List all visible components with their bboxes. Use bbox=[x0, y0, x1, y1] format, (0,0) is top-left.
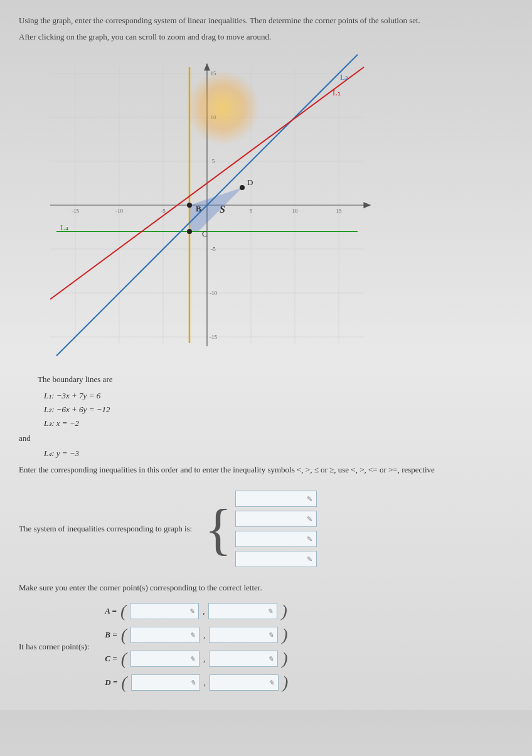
paren-close: ) bbox=[282, 628, 287, 642]
pencil-icon: ✎ bbox=[268, 655, 274, 663]
pencil-icon: ✎ bbox=[307, 555, 312, 563]
b-x-input[interactable]: ✎ bbox=[130, 627, 200, 643]
paren-open: ( bbox=[121, 652, 127, 666]
eq-l2: L₂: −6x + 6y = −12 bbox=[44, 405, 513, 415]
pencil-icon: ✎ bbox=[267, 607, 273, 615]
eq-l1: L₁: −3x + 7y = 6 bbox=[44, 391, 513, 401]
eq-l3: L₃: x = −2 bbox=[44, 418, 513, 429]
pencil-icon: ✎ bbox=[269, 679, 274, 687]
a-y-input[interactable]: ✎ bbox=[208, 603, 277, 619]
paren-open: ( bbox=[121, 628, 127, 642]
paren-close: ) bbox=[281, 604, 287, 618]
eq-l4: L₄: y = −3 bbox=[44, 449, 513, 459]
c-x-input[interactable]: ✎ bbox=[130, 651, 200, 667]
pencil-icon: ✎ bbox=[307, 515, 312, 523]
ineq-input-4[interactable]: ✎ bbox=[235, 551, 317, 567]
pencil-icon: ✎ bbox=[189, 607, 194, 615]
pencil-icon: ✎ bbox=[307, 495, 312, 503]
pencil-icon: ✎ bbox=[189, 655, 195, 663]
instruction-2: After clicking on the graph, you can scr… bbox=[19, 32, 513, 42]
paren-close: ) bbox=[282, 676, 288, 689]
pencil-icon: ✎ bbox=[190, 679, 196, 687]
svg-text:10: 10 bbox=[292, 208, 299, 214]
point-b bbox=[187, 203, 192, 208]
pencil-icon: ✎ bbox=[268, 631, 274, 639]
svg-text:S: S bbox=[220, 204, 225, 215]
comma: , bbox=[204, 678, 206, 688]
paren-open: ( bbox=[121, 676, 127, 689]
enter-prompt: Enter the corresponding inequalities in … bbox=[19, 465, 513, 475]
svg-marker-12 bbox=[364, 203, 370, 208]
svg-text:-15: -15 bbox=[72, 208, 79, 214]
a-x-input[interactable]: ✎ bbox=[130, 603, 199, 619]
pencil-icon: ✎ bbox=[189, 631, 195, 639]
d-y-input[interactable]: ✎ bbox=[210, 674, 279, 691]
svg-text:C: C bbox=[202, 229, 208, 238]
ineq-input-3[interactable]: ✎ bbox=[235, 531, 317, 547]
paren-close: ) bbox=[282, 652, 287, 666]
ineq-input-1[interactable]: ✎ bbox=[235, 491, 317, 507]
svg-text:L₄: L₄ bbox=[60, 223, 68, 232]
point-d bbox=[240, 185, 245, 190]
and-label: and bbox=[19, 434, 513, 444]
ineq-input-2[interactable]: ✎ bbox=[235, 511, 317, 527]
point-c bbox=[187, 229, 192, 234]
c-y-input[interactable]: ✎ bbox=[209, 651, 278, 667]
svg-text:5: 5 bbox=[250, 208, 253, 214]
svg-text:-5: -5 bbox=[161, 208, 166, 214]
svg-text:-10: -10 bbox=[210, 290, 217, 296]
comma: , bbox=[203, 654, 205, 664]
svg-text:10: 10 bbox=[211, 114, 217, 120]
boundary-heading: The boundary lines are bbox=[38, 375, 513, 385]
graph[interactable]: -15-10-5 51015 15105 -5-10-15 B S C D L₂… bbox=[31, 48, 383, 362]
svg-text:-15: -15 bbox=[210, 334, 217, 340]
comma: , bbox=[203, 630, 205, 640]
hint-text: Make sure you enter the corner point(s) … bbox=[19, 583, 513, 593]
graph-svg: -15-10-5 51015 15105 -5-10-15 B S C D L₂… bbox=[31, 48, 383, 362]
d-x-input[interactable]: ✎ bbox=[131, 674, 200, 691]
svg-text:-10: -10 bbox=[115, 208, 123, 214]
b-y-input[interactable]: ✎ bbox=[209, 627, 278, 643]
label-d: D = bbox=[105, 678, 117, 688]
svg-text:L₂: L₂ bbox=[340, 72, 348, 82]
svg-text:L₁: L₁ bbox=[332, 88, 341, 97]
svg-text:15: 15 bbox=[211, 70, 217, 77]
svg-marker-13 bbox=[205, 64, 210, 70]
label-a: A = bbox=[105, 606, 117, 616]
system-label: The system of inequalities corresponding… bbox=[19, 524, 192, 534]
label-c: C = bbox=[105, 654, 117, 664]
svg-text:B: B bbox=[196, 204, 201, 213]
pencil-icon: ✎ bbox=[307, 535, 312, 543]
svg-text:5: 5 bbox=[212, 158, 215, 164]
svg-text:D: D bbox=[247, 178, 253, 187]
label-b: B = bbox=[105, 630, 117, 640]
comma: , bbox=[203, 606, 205, 616]
corner-heading: It has corner point(s): bbox=[19, 642, 89, 652]
svg-text:-5: -5 bbox=[211, 246, 216, 252]
paren-open: ( bbox=[120, 604, 126, 618]
svg-text:15: 15 bbox=[336, 208, 343, 214]
instruction-1: Using the graph, enter the corresponding… bbox=[19, 16, 513, 26]
brace-icon: { bbox=[205, 504, 231, 555]
